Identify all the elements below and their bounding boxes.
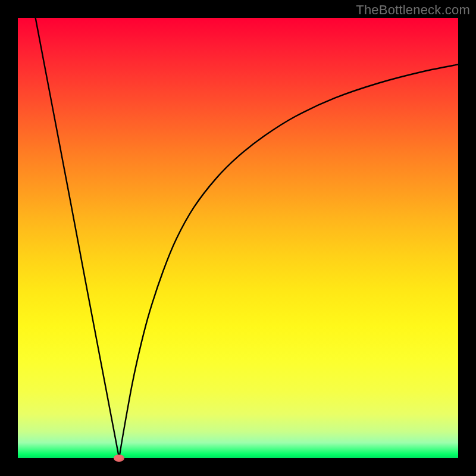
chart-frame: TheBottleneck.com bbox=[0, 0, 476, 476]
curve-path bbox=[36, 18, 458, 458]
bottleneck-curve bbox=[18, 18, 458, 458]
watermark-text: TheBottleneck.com bbox=[356, 2, 470, 18]
plot-area bbox=[18, 18, 458, 458]
minimum-marker bbox=[114, 455, 124, 462]
